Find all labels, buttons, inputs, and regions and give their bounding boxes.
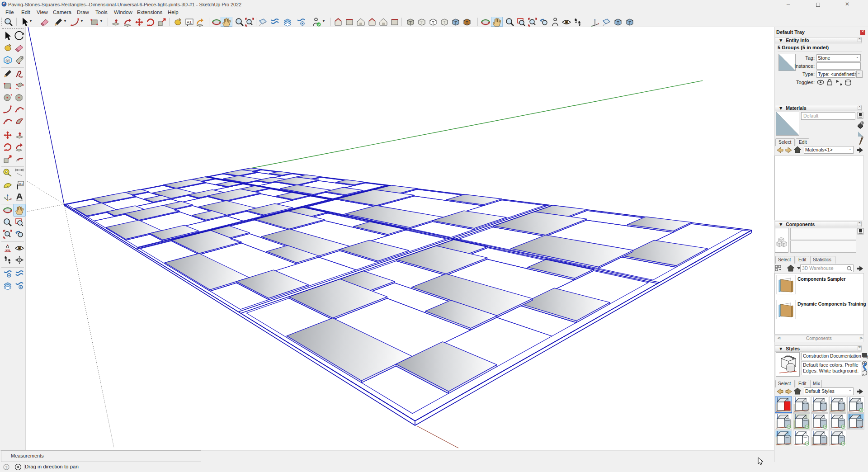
svg-text:A1: A1	[187, 20, 192, 24]
svg-text:?: ?	[5, 465, 7, 470]
svg-text:A1: A1	[19, 182, 23, 185]
